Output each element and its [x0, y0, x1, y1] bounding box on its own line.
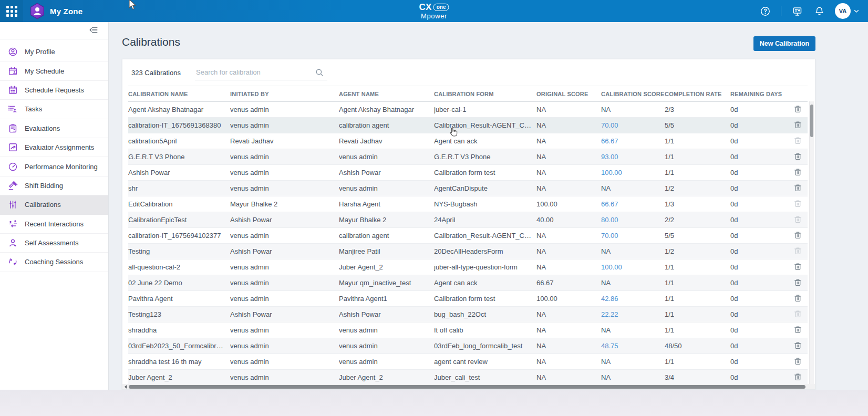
delete-calibration-icon[interactable] — [792, 151, 803, 163]
delete-calibration-icon[interactable] — [792, 104, 803, 116]
collapse-sidebar-button[interactable] — [88, 25, 99, 36]
cell-calibration-score[interactable]: 100.00 — [601, 165, 665, 181]
cell-calibration-score[interactable]: 66.67 — [601, 196, 665, 212]
cell-initiated-by: Ashish Powar — [230, 212, 339, 228]
cell-calibration-score[interactable]: 48.75 — [601, 338, 665, 354]
table-row[interactable]: Agent Akshay Bhatnagarvenus adminAgent A… — [128, 102, 808, 118]
sidebar-item-recent-interactions[interactable]: Recent Interactions — [0, 215, 108, 234]
cell-calibration-name: calibration-IT_1675694102377 — [128, 228, 230, 244]
sidebar-item-my-profile[interactable]: My Profile — [0, 43, 108, 61]
bell-icon[interactable] — [813, 5, 825, 17]
vertical-scrollbar[interactable] — [809, 101, 814, 385]
delete-calibration-icon[interactable] — [792, 230, 803, 242]
horizontal-scrollbar-thumb[interactable] — [129, 385, 805, 389]
cell-remaining-days: 0d — [730, 196, 792, 212]
app-launcher-button[interactable] — [0, 0, 23, 22]
table-row[interactable]: Testing123Ashish PowarAshish Powarbug_ba… — [128, 307, 808, 323]
cell-calibration-score: NA — [601, 102, 665, 118]
cell-completion-rate: 1/1 — [665, 149, 730, 165]
vertical-scrollbar-thumb[interactable] — [810, 105, 813, 137]
table-row[interactable]: 02 June 22 Demovenus adminMayur qm_inact… — [128, 275, 808, 291]
sidebar-item-calibrations[interactable]: Calibrations — [0, 195, 108, 214]
sidebar-item-evaluator-assignments[interactable]: Evaluator Assignments — [0, 138, 108, 157]
sidebar-nav: My ProfileMy ScheduleSchedule RequestsTa… — [0, 39, 108, 272]
table-row[interactable]: Juber Agent_2venus adminJuber Agent_2Jub… — [128, 370, 808, 386]
sidebar-item-label: Evaluator Assignments — [25, 143, 94, 151]
cell-calibration-score[interactable]: 80.00 — [601, 212, 665, 228]
cell-actions — [792, 275, 808, 291]
table-row[interactable]: CalibrationEpicTestAshish PowarMayur Bha… — [128, 212, 808, 228]
sidebar-item-label: My Profile — [25, 48, 55, 56]
table-row[interactable]: G.E.R.T V3 Phonevenus adminvenus adminG.… — [128, 149, 808, 165]
cell-calibration-form: agent cant review — [434, 354, 536, 370]
cell-calibration-form: G.E.R.T V3 Phone — [434, 149, 536, 165]
search-input[interactable] — [195, 65, 327, 80]
delete-calibration-icon[interactable] — [792, 325, 803, 336]
column-header-agent-name: AGENT NAME — [339, 86, 434, 102]
table-row[interactable]: Ashish Powarvenus adminAshish PowarCalib… — [128, 165, 808, 181]
cell-calibration-score[interactable]: 100.00 — [601, 259, 665, 275]
table-row[interactable]: shraddhavenus adminvenus adminft off cal… — [128, 323, 808, 338]
cell-initiated-by: venus admin — [230, 259, 339, 275]
cell-calibration-score[interactable]: 66.67 — [601, 133, 665, 149]
cell-calibration-score[interactable]: 42.86 — [601, 291, 665, 307]
sidebar-item-shift-bidding[interactable]: Shift Bidding — [0, 176, 108, 195]
cell-calibration-score[interactable]: 70.00 — [601, 118, 665, 133]
cell-original-score: 100.00 — [536, 291, 601, 307]
page-title: Calibrations — [122, 36, 180, 48]
scroll-left-arrow-icon[interactable] — [122, 384, 129, 389]
delete-calibration-icon[interactable] — [792, 340, 803, 352]
delete-calibration-icon[interactable] — [792, 293, 803, 305]
calendar-check-icon — [8, 85, 18, 95]
sidebar-item-coaching-sessions[interactable]: Coaching Sessions — [0, 253, 108, 272]
new-calibration-button[interactable]: New Calibration — [753, 36, 815, 51]
table-row[interactable]: 03rdFeb2023_50_Formcalibratio...venus ad… — [128, 338, 808, 354]
table-row[interactable]: calibration5AprilRevati JadhavRevati Jad… — [128, 133, 808, 149]
table-row[interactable]: calibration-IT_1675694102377venus adminc… — [128, 228, 808, 244]
sidebar-item-self-assessments[interactable]: Self Assessments — [0, 234, 108, 253]
cell-calibration-name: Testing — [128, 244, 230, 259]
table-row[interactable]: shraddha test 16 th mayvenus adminvenus … — [128, 354, 808, 370]
delete-calibration-icon[interactable] — [792, 120, 803, 131]
table-body: Agent Akshay Bhatnagarvenus adminAgent A… — [128, 102, 808, 386]
delete-calibration-icon[interactable] — [792, 183, 803, 194]
sidebar-item-tasks[interactable]: Tasks — [0, 100, 108, 119]
sidebar-item-my-schedule[interactable]: My Schedule — [0, 61, 108, 80]
table-row[interactable]: Pavithra Agentvenus adminPavithra Agent1… — [128, 291, 808, 307]
help-icon[interactable] — [759, 5, 771, 17]
delete-calibration-icon — [792, 309, 803, 320]
classroom-icon[interactable] — [791, 5, 803, 17]
delete-calibration-icon — [792, 246, 803, 257]
cell-completion-rate: 1/1 — [665, 259, 730, 275]
sidebar-item-evaluations[interactable]: Evaluations — [0, 119, 108, 138]
table-row[interactable]: calibration-IT_1675691368380venus adminc… — [128, 118, 808, 133]
cell-completion-rate: 1/1 — [665, 133, 730, 149]
cell-calibration-score[interactable]: 93.00 — [601, 149, 665, 165]
sidebar-item-performance-monitoring[interactable]: Performance Monitoring — [0, 157, 108, 176]
delete-calibration-icon[interactable] — [792, 167, 803, 179]
cell-initiated-by: venus admin — [230, 118, 339, 133]
cell-agent-name: venus admin — [339, 354, 434, 370]
delete-calibration-icon[interactable] — [792, 262, 803, 273]
delete-calibration-icon[interactable] — [792, 277, 803, 289]
table-row[interactable]: EditCalibrationMayur Bhalke 2Harsha Agen… — [128, 196, 808, 212]
delete-calibration-icon[interactable] — [792, 372, 803, 383]
column-header-actions — [792, 86, 808, 102]
cell-agent-name: Juber Agent_2 — [339, 370, 434, 386]
gauge-icon — [8, 162, 18, 172]
cell-calibration-form: bug_bash_22Oct — [434, 307, 536, 323]
table-row[interactable]: shrvenus adminvenus adminAgentCanDispute… — [128, 181, 808, 196]
table-row[interactable]: TestingAshish PowarManjiree Patil20DecAl… — [128, 244, 808, 259]
delete-calibration-icon[interactable] — [792, 356, 803, 368]
cell-original-score: NA — [536, 244, 601, 259]
cell-calibration-score[interactable]: 22.22 — [601, 307, 665, 323]
avatar: VA — [835, 3, 851, 19]
cell-original-score: NA — [536, 323, 601, 338]
user-avatar-menu[interactable]: VA — [835, 3, 860, 19]
cell-calibration-score[interactable]: 70.00 — [601, 228, 665, 244]
sidebar-item-schedule-requests[interactable]: Schedule Requests — [0, 81, 108, 100]
person-star-icon — [8, 238, 18, 248]
cell-calibration-form: Juber_cali_test — [434, 370, 536, 386]
horizontal-scrollbar[interactable] — [122, 384, 815, 389]
table-row[interactable]: all-question-cal-2venus adminJuber Agent… — [128, 259, 808, 275]
